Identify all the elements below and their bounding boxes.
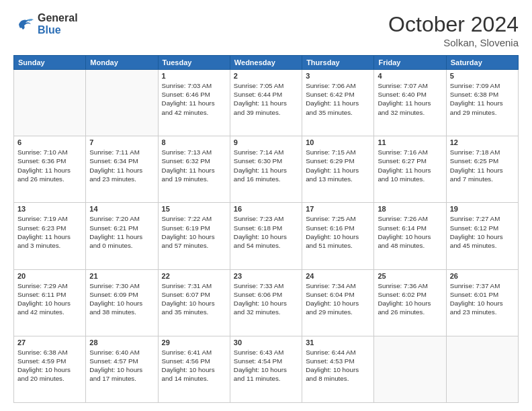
calendar-cell xyxy=(374,336,446,402)
calendar-cell xyxy=(14,70,86,136)
calendar-header-row: SundayMondayTuesdayWednesdayThursdayFrid… xyxy=(14,56,519,70)
calendar-table: SundayMondayTuesdayWednesdayThursdayFrid… xyxy=(13,55,519,403)
calendar-cell: 10Sunrise: 7:15 AM Sunset: 6:29 PM Dayli… xyxy=(302,136,374,203)
day-number: 10 xyxy=(306,138,370,146)
calendar-week-4: 20Sunrise: 7:29 AM Sunset: 6:11 PM Dayli… xyxy=(14,269,519,336)
day-number: 14 xyxy=(89,205,154,213)
calendar-dow-sunday: Sunday xyxy=(14,56,86,70)
day-info: Sunrise: 7:33 AM Sunset: 6:06 PM Dayligh… xyxy=(234,281,298,317)
day-info: Sunrise: 7:10 AM Sunset: 6:36 PM Dayligh… xyxy=(17,148,82,183)
day-info: Sunrise: 7:09 AM Sunset: 6:38 PM Dayligh… xyxy=(450,81,515,117)
calendar-cell: 19Sunrise: 7:27 AM Sunset: 6:12 PM Dayli… xyxy=(446,203,518,269)
day-number: 24 xyxy=(306,272,370,280)
day-info: Sunrise: 7:20 AM Sunset: 6:21 PM Dayligh… xyxy=(89,214,154,250)
calendar-week-1: 1Sunrise: 7:03 AM Sunset: 6:46 PM Daylig… xyxy=(14,70,519,136)
day-info: Sunrise: 6:44 AM Sunset: 4:53 PM Dayligh… xyxy=(306,348,370,383)
calendar-dow-saturday: Saturday xyxy=(446,56,518,70)
calendar-cell: 8Sunrise: 7:13 AM Sunset: 6:32 PM Daylig… xyxy=(158,136,230,203)
calendar-cell: 11Sunrise: 7:16 AM Sunset: 6:27 PM Dayli… xyxy=(374,136,446,203)
day-info: Sunrise: 7:29 AM Sunset: 6:11 PM Dayligh… xyxy=(17,281,82,317)
calendar-cell: 21Sunrise: 7:30 AM Sunset: 6:09 PM Dayli… xyxy=(86,269,158,336)
day-number: 6 xyxy=(17,138,82,146)
calendar-cell: 15Sunrise: 7:22 AM Sunset: 6:19 PM Dayli… xyxy=(158,203,230,269)
day-info: Sunrise: 7:26 AM Sunset: 6:14 PM Dayligh… xyxy=(378,214,442,250)
header: General Blue October 2024 Solkan, Sloven… xyxy=(13,12,519,48)
calendar-cell: 12Sunrise: 7:18 AM Sunset: 6:25 PM Dayli… xyxy=(446,136,518,203)
calendar-dow-thursday: Thursday xyxy=(302,56,374,70)
calendar-cell: 6Sunrise: 7:10 AM Sunset: 6:36 PM Daylig… xyxy=(14,136,86,203)
calendar-cell: 29Sunrise: 6:41 AM Sunset: 4:56 PM Dayli… xyxy=(158,336,230,402)
day-info: Sunrise: 6:38 AM Sunset: 4:59 PM Dayligh… xyxy=(17,348,82,383)
day-info: Sunrise: 7:05 AM Sunset: 6:44 PM Dayligh… xyxy=(234,81,298,117)
calendar-cell: 28Sunrise: 6:40 AM Sunset: 4:57 PM Dayli… xyxy=(86,336,158,402)
calendar-cell: 31Sunrise: 6:44 AM Sunset: 4:53 PM Dayli… xyxy=(302,336,374,402)
calendar-week-2: 6Sunrise: 7:10 AM Sunset: 6:36 PM Daylig… xyxy=(14,136,519,203)
day-number: 15 xyxy=(162,205,226,213)
day-number: 9 xyxy=(234,138,298,146)
day-number: 25 xyxy=(378,272,442,280)
calendar-dow-monday: Monday xyxy=(86,56,158,70)
calendar-week-3: 13Sunrise: 7:19 AM Sunset: 6:23 PM Dayli… xyxy=(14,203,519,269)
calendar-cell xyxy=(446,336,518,402)
calendar-cell: 3Sunrise: 7:06 AM Sunset: 6:42 PM Daylig… xyxy=(302,70,374,136)
calendar-dow-wednesday: Wednesday xyxy=(230,56,302,70)
day-info: Sunrise: 7:36 AM Sunset: 6:02 PM Dayligh… xyxy=(378,281,442,317)
day-info: Sunrise: 7:34 AM Sunset: 6:04 PM Dayligh… xyxy=(306,281,370,317)
day-info: Sunrise: 7:37 AM Sunset: 6:01 PM Dayligh… xyxy=(450,281,515,317)
day-number: 29 xyxy=(162,338,226,347)
day-info: Sunrise: 6:43 AM Sunset: 4:54 PM Dayligh… xyxy=(234,348,298,383)
month-title: October 2024 xyxy=(388,12,519,37)
title-block: October 2024 Solkan, Slovenia xyxy=(388,12,519,48)
day-info: Sunrise: 7:19 AM Sunset: 6:23 PM Dayligh… xyxy=(17,214,82,250)
calendar-cell: 26Sunrise: 7:37 AM Sunset: 6:01 PM Dayli… xyxy=(446,269,518,336)
day-number: 4 xyxy=(378,72,442,80)
calendar-cell: 4Sunrise: 7:07 AM Sunset: 6:40 PM Daylig… xyxy=(374,70,446,136)
calendar-cell: 23Sunrise: 7:33 AM Sunset: 6:06 PM Dayli… xyxy=(230,269,302,336)
day-number: 16 xyxy=(234,205,298,213)
day-number: 27 xyxy=(17,338,82,347)
day-number: 3 xyxy=(306,72,370,80)
day-number: 19 xyxy=(450,205,515,213)
day-info: Sunrise: 7:22 AM Sunset: 6:19 PM Dayligh… xyxy=(162,214,226,250)
day-info: Sunrise: 7:27 AM Sunset: 6:12 PM Dayligh… xyxy=(450,214,515,250)
location: Solkan, Slovenia xyxy=(388,37,519,48)
calendar-cell: 18Sunrise: 7:26 AM Sunset: 6:14 PM Dayli… xyxy=(374,203,446,269)
calendar-cell: 25Sunrise: 7:36 AM Sunset: 6:02 PM Dayli… xyxy=(374,269,446,336)
day-info: Sunrise: 7:14 AM Sunset: 6:30 PM Dayligh… xyxy=(234,148,298,183)
calendar-dow-friday: Friday xyxy=(374,56,446,70)
calendar-cell: 7Sunrise: 7:11 AM Sunset: 6:34 PM Daylig… xyxy=(86,136,158,203)
day-number: 2 xyxy=(234,72,298,80)
calendar-cell: 27Sunrise: 6:38 AM Sunset: 4:59 PM Dayli… xyxy=(14,336,86,402)
day-number: 22 xyxy=(162,272,226,280)
day-number: 1 xyxy=(162,72,226,80)
calendar-cell: 24Sunrise: 7:34 AM Sunset: 6:04 PM Dayli… xyxy=(302,269,374,336)
day-number: 17 xyxy=(306,205,370,213)
calendar-cell: 1Sunrise: 7:03 AM Sunset: 6:46 PM Daylig… xyxy=(158,70,230,136)
day-info: Sunrise: 7:11 AM Sunset: 6:34 PM Dayligh… xyxy=(89,148,154,183)
day-number: 26 xyxy=(450,272,515,280)
page: General Blue October 2024 Solkan, Sloven… xyxy=(0,0,532,411)
day-number: 21 xyxy=(89,272,154,280)
calendar-cell: 2Sunrise: 7:05 AM Sunset: 6:44 PM Daylig… xyxy=(230,70,302,136)
day-info: Sunrise: 7:18 AM Sunset: 6:25 PM Dayligh… xyxy=(450,148,515,183)
day-number: 31 xyxy=(306,338,370,347)
day-info: Sunrise: 7:31 AM Sunset: 6:07 PM Dayligh… xyxy=(162,281,226,317)
logo-text-line2: Blue xyxy=(38,24,78,36)
day-info: Sunrise: 7:03 AM Sunset: 6:46 PM Dayligh… xyxy=(162,81,226,117)
day-info: Sunrise: 7:07 AM Sunset: 6:40 PM Dayligh… xyxy=(378,81,442,117)
day-number: 30 xyxy=(234,338,298,347)
calendar-cell: 13Sunrise: 7:19 AM Sunset: 6:23 PM Dayli… xyxy=(14,203,86,269)
day-info: Sunrise: 7:23 AM Sunset: 6:18 PM Dayligh… xyxy=(234,214,298,250)
calendar-cell: 16Sunrise: 7:23 AM Sunset: 6:18 PM Dayli… xyxy=(230,203,302,269)
logo-text-line1: General xyxy=(38,12,78,24)
day-info: Sunrise: 7:06 AM Sunset: 6:42 PM Dayligh… xyxy=(306,81,370,117)
day-number: 8 xyxy=(162,138,226,146)
day-info: Sunrise: 7:13 AM Sunset: 6:32 PM Dayligh… xyxy=(162,148,226,183)
calendar-cell: 20Sunrise: 7:29 AM Sunset: 6:11 PM Dayli… xyxy=(14,269,86,336)
day-info: Sunrise: 7:16 AM Sunset: 6:27 PM Dayligh… xyxy=(378,148,442,183)
calendar-cell: 5Sunrise: 7:09 AM Sunset: 6:38 PM Daylig… xyxy=(446,70,518,136)
day-number: 20 xyxy=(17,272,82,280)
calendar-dow-tuesday: Tuesday xyxy=(158,56,230,70)
day-number: 23 xyxy=(234,272,298,280)
calendar-cell: 9Sunrise: 7:14 AM Sunset: 6:30 PM Daylig… xyxy=(230,136,302,203)
